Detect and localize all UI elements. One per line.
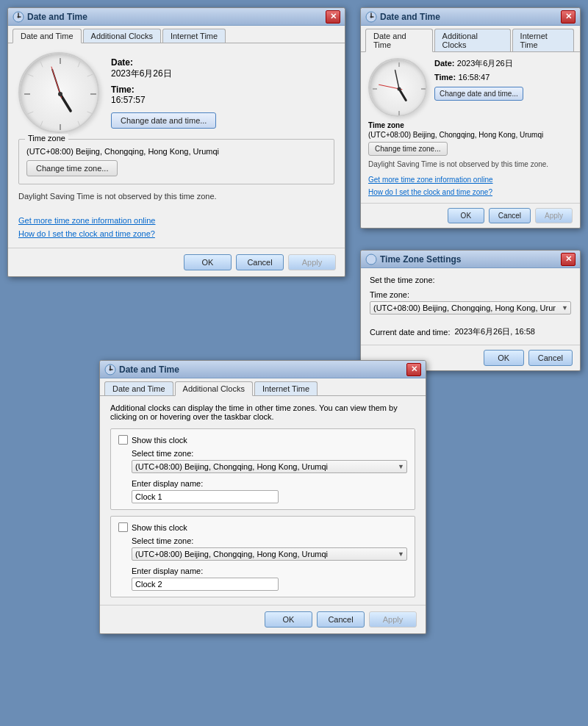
ok-btn-4[interactable]: OK: [265, 611, 312, 628]
change-timezone-btn-1[interactable]: Change time zone...: [26, 160, 118, 176]
window-datetime-main: Date and Time ✕ Date and Time Additional…: [7, 7, 345, 277]
change-datetime-btn-1[interactable]: Change date and time...: [111, 112, 216, 129]
timezone-section-label: Time zone: [25, 134, 68, 143]
clock2-checkbox[interactable]: [118, 522, 128, 532]
dst-note-1: Daylight Saving Time is not observed by …: [18, 192, 334, 201]
link-set-clock-1[interactable]: How do I set the clock and time zone?: [18, 229, 155, 238]
clock-title-icon-3: [365, 254, 377, 265]
ok-btn-2[interactable]: OK: [448, 208, 484, 223]
tab-internet-time-4[interactable]: Internet Time: [254, 381, 318, 395]
cancel-btn-1[interactable]: Cancel: [236, 254, 284, 270]
date-value-1: 2023年6月26日: [111, 68, 216, 80]
svg-line-11: [78, 121, 80, 127]
button-row-2: OK Cancel Apply: [361, 203, 580, 228]
button-row-4: OK Cancel Apply: [100, 605, 426, 633]
clock1-timezone-select[interactable]: (UTC+08:00) Beijing, Chongqing, Hong Kon…: [132, 460, 407, 473]
clock-display-2: [368, 58, 427, 117]
tab-additional-clocks-4[interactable]: Additional Clocks: [175, 381, 253, 396]
link-timezone-info-2[interactable]: Get more time zone information online: [368, 176, 493, 184]
timezone-value-2: (UTC+08:00) Beijing, Chongqing, Hong Kon…: [368, 131, 573, 139]
close-button-3[interactable]: ✕: [561, 253, 576, 266]
tab-internet-time-2[interactable]: Internet Time: [512, 29, 574, 51]
title-bar-2: Date and Time ✕: [361, 8, 580, 26]
title-label-4: Date and Time: [119, 364, 179, 375]
clock2-show-label: Show this clock: [132, 523, 187, 532]
close-button[interactable]: ✕: [326, 10, 340, 24]
svg-line-10: [87, 112, 93, 114]
tab-additional-clocks-2[interactable]: Additional Clocks: [434, 29, 511, 51]
time-label-1: Time:: [111, 85, 216, 95]
current-datetime-label: Current date and time:: [370, 328, 450, 337]
apply-btn-1[interactable]: Apply: [288, 254, 336, 270]
set-timezone-label: Set the time zone:: [370, 276, 571, 284]
clock2-timezone-select[interactable]: (UTC+08:00) Beijing, Chongqing, Hong Kon…: [132, 547, 407, 561]
ok-btn-3[interactable]: OK: [484, 350, 524, 366]
change-datetime-btn-2[interactable]: Change date and time...: [434, 87, 523, 101]
tab-date-time-4[interactable]: Date and Time: [104, 381, 173, 395]
datetime-info-2: Date: 2023年6月26日 Time: 16:58:47 Change d…: [434, 58, 523, 101]
window-additional-clocks: Date and Time ✕ Date and Time Additional…: [99, 360, 426, 634]
clock1-timezone-label: Select time zone:: [132, 449, 407, 458]
time-value-2: 16:58:47: [458, 73, 490, 82]
date-value-2: 2023年6月26日: [457, 59, 513, 68]
window-datetime-2: Date and Time ✕ Date and Time Additional…: [360, 7, 581, 229]
clock-title-icon-2: [365, 11, 377, 23]
svg-line-16: [60, 94, 71, 111]
svg-line-14: [28, 74, 34, 76]
timezone-label-2: Time zone: [368, 121, 573, 129]
svg-line-13: [28, 112, 34, 114]
clock-title-icon-4: [104, 364, 116, 375]
clock1-name-input[interactable]: [132, 490, 279, 503]
apply-btn-4[interactable]: Apply: [369, 611, 417, 628]
time-label-2: Time:: [434, 73, 456, 82]
svg-point-31: [398, 87, 401, 91]
tab-internet-time-1[interactable]: Internet Time: [162, 29, 226, 43]
ok-btn-1[interactable]: OK: [184, 254, 232, 270]
svg-line-8: [78, 62, 80, 68]
title-label: Date and Time: [27, 12, 87, 22]
title-label-3: Time Zone Settings: [380, 254, 461, 265]
close-button-2[interactable]: ✕: [561, 10, 576, 24]
change-timezone-btn-2[interactable]: Change time zone...: [368, 142, 448, 156]
cancel-btn-2[interactable]: Cancel: [489, 208, 531, 223]
cancel-btn-4[interactable]: Cancel: [317, 611, 365, 628]
svg-point-32: [366, 254, 376, 265]
timezone-value-1: (UTC+08:00) Beijing, Chongqing, Hong Kon…: [26, 147, 326, 156]
tab-bar-4: Date and Time Additional Clocks Internet…: [100, 378, 426, 396]
clock1-show-label: Show this clock: [132, 436, 187, 445]
close-button-4[interactable]: ✕: [406, 363, 421, 376]
tab-date-time-2[interactable]: Date and Time: [365, 29, 433, 52]
title-bar-main: Date and Time ✕: [8, 8, 345, 26]
title-bar-4: Date and Time ✕: [100, 361, 426, 378]
clock2-timezone-label: Select time zone:: [132, 536, 407, 545]
link-timezone-info-1[interactable]: Get more time zone information online: [18, 216, 155, 225]
apply-btn-2[interactable]: Apply: [535, 208, 573, 223]
window-timezone-settings: Time Zone Settings ✕ Set the time zone: …: [360, 250, 581, 371]
tab-additional-clocks-1[interactable]: Additional Clocks: [83, 29, 161, 43]
timezone-select[interactable]: (UTC+08:00) Beijing, Chongqing, Hong Kon…: [370, 301, 571, 315]
tab-bar: Date and Time Additional Clocks Internet…: [8, 26, 345, 43]
date-label-1: Date:: [111, 57, 216, 68]
date-label-2: Date:: [434, 59, 455, 68]
dst-note-2: Daylight Saving Time is not observed by …: [368, 160, 573, 168]
clock1-name-label: Enter display name:: [132, 479, 407, 488]
clock-title-icon: [12, 11, 24, 23]
description-text: Additional clocks can display the time i…: [110, 403, 415, 421]
cancel-btn-3[interactable]: Cancel: [528, 350, 573, 366]
time-value-1: 16:57:57: [111, 95, 216, 105]
clock1-checkbox[interactable]: [118, 435, 128, 445]
clock2-name-input[interactable]: [132, 578, 279, 591]
additional-clocks-content: Additional clocks can display the time i…: [100, 396, 426, 605]
tab-bar-2: Date and Time Additional Clocks Internet…: [361, 26, 580, 52]
svg-line-15: [40, 62, 43, 68]
timezone-field-label: Time zone:: [370, 290, 571, 299]
svg-line-29: [395, 71, 399, 89]
button-row-1: OK Cancel Apply: [8, 248, 345, 276]
svg-line-12: [40, 121, 43, 127]
main-content-2: Date: 2023年6月26日 Time: 16:58:47 Change d…: [361, 52, 580, 203]
link-set-clock-2[interactable]: How do I set the clock and time zone?: [368, 188, 492, 196]
clock-display-1: [18, 52, 99, 133]
title-bar-3: Time Zone Settings ✕: [361, 251, 580, 268]
tab-date-time-1[interactable]: Date and Time: [12, 29, 82, 43]
svg-line-28: [399, 89, 406, 100]
